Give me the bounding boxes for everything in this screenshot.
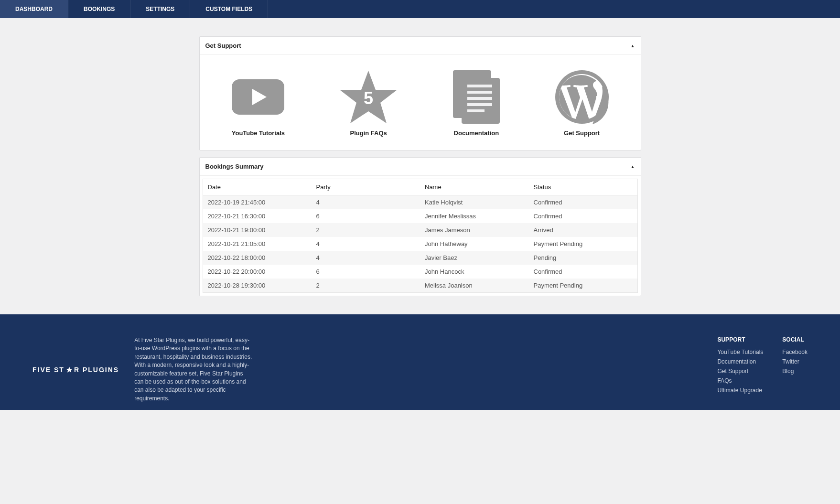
cell-date: 2022-10-21 19:00:00 [203, 223, 312, 237]
tab-dashboard[interactable]: DASHBOARD [0, 0, 68, 18]
bookings-panel-title: Bookings Summary [205, 163, 264, 170]
footer-link-documentation[interactable]: Documentation [717, 358, 763, 365]
support-panel-header[interactable]: Get Support ▲ [200, 37, 641, 55]
cell-party: 2 [312, 223, 420, 237]
tab-bookings[interactable]: BOOKINGS [68, 0, 130, 18]
cell-date: 2022-10-28 19:30:00 [203, 279, 312, 293]
svg-rect-10 [467, 109, 485, 112]
support-panel-title: Get Support [205, 42, 241, 49]
svg-rect-8 [467, 97, 492, 100]
table-row: 2022-10-28 19:30:002Melissa JoanisonPaym… [203, 279, 637, 293]
footer-support-col: SUPPORT YouTube Tutorials Documentation … [717, 336, 763, 403]
footer-social-col: SOCIAL Facebook Twitter Blog [782, 336, 808, 403]
footer-link-blog[interactable]: Blog [782, 368, 808, 375]
footer-link-twitter[interactable]: Twitter [782, 358, 808, 365]
document-icon [450, 68, 503, 126]
svg-rect-7 [467, 91, 492, 94]
table-row: 2022-10-21 16:30:006Jennifer MeslissasCo… [203, 209, 637, 223]
footer-logo-post: R PLUGINS [74, 366, 119, 374]
table-header-row: Date Party Name Status [203, 179, 637, 195]
tab-custom-fields[interactable]: CUSTOM FIELDS [190, 0, 268, 18]
footer-link-ultimate[interactable]: Ultimate Upgrade [717, 387, 763, 394]
svg-text:5: 5 [364, 88, 373, 108]
footer-link-facebook[interactable]: Facebook [782, 349, 808, 355]
col-party: Party [312, 179, 420, 195]
footer-link-faqs[interactable]: FAQs [717, 377, 763, 384]
wordpress-icon [553, 68, 611, 126]
cell-status: Arrived [529, 223, 638, 237]
cell-status: Pending [529, 251, 638, 265]
support-item-label: Plugin FAQs [350, 129, 387, 137]
bookings-panel: Bookings Summary ▲ Date Party Name Statu… [199, 157, 641, 296]
cell-party: 4 [312, 195, 420, 210]
bookings-panel-header[interactable]: Bookings Summary ▲ [200, 158, 641, 176]
cell-party: 4 [312, 251, 420, 265]
footer-logo-pre: FIVE ST [32, 366, 65, 374]
cell-name: Katie Holqvist [420, 195, 529, 210]
footer-support-title: SUPPORT [717, 336, 763, 343]
cell-name: Javier Baez [420, 251, 529, 265]
cell-status: Payment Pending [529, 237, 638, 251]
cell-name: James Jameson [420, 223, 529, 237]
support-item-label: Get Support [564, 129, 600, 137]
support-youtube[interactable]: YouTube Tutorials [229, 68, 287, 137]
footer-link-get-support[interactable]: Get Support [717, 368, 763, 375]
cell-date: 2022-10-21 21:05:00 [203, 237, 312, 251]
footer-link-youtube[interactable]: YouTube Tutorials [717, 349, 763, 355]
cell-name: John Hatheway [420, 237, 529, 251]
cell-date: 2022-10-19 21:45:00 [203, 195, 312, 210]
cell-name: Jennifer Meslissas [420, 209, 529, 223]
cell-party: 6 [312, 265, 420, 279]
support-get-support[interactable]: Get Support [553, 68, 611, 137]
footer-about: At Five Star Plugins, we build powerful,… [134, 336, 254, 403]
table-row: 2022-10-19 21:45:004Katie HolqvistConfir… [203, 195, 637, 210]
svg-rect-9 [467, 103, 492, 106]
tab-settings[interactable]: SETTINGS [130, 0, 190, 18]
table-row: 2022-10-21 21:05:004John HathewayPayment… [203, 237, 637, 251]
cell-date: 2022-10-21 16:30:00 [203, 209, 312, 223]
support-panel: Get Support ▲ YouTube Tutorials 5 Plugin… [199, 36, 641, 150]
footer: FIVE ST R PLUGINS At Five Star Plugins, … [0, 314, 840, 410]
svg-rect-6 [467, 85, 492, 87]
support-item-label: YouTube Tutorials [232, 129, 285, 137]
cell-status: Confirmed [529, 265, 638, 279]
col-date: Date [203, 179, 312, 195]
cell-name: Melissa Joanison [420, 279, 529, 293]
bookings-table: Date Party Name Status 2022-10-19 21:45:… [203, 179, 638, 293]
support-documentation[interactable]: Documentation [450, 68, 503, 137]
cell-status: Payment Pending [529, 279, 638, 293]
support-faqs[interactable]: 5 Plugin FAQs [337, 68, 399, 137]
star-icon [66, 366, 73, 373]
support-item-label: Documentation [454, 129, 499, 137]
table-row: 2022-10-21 19:00:002James JamesonArrived [203, 223, 637, 237]
svg-marker-13 [66, 366, 72, 372]
col-status: Status [529, 179, 638, 195]
top-nav: DASHBOARD BOOKINGS SETTINGS CUSTOM FIELD… [0, 0, 840, 18]
cell-status: Confirmed [529, 195, 638, 210]
cell-date: 2022-10-22 20:00:00 [203, 265, 312, 279]
cell-party: 2 [312, 279, 420, 293]
table-row: 2022-10-22 20:00:006John HancockConfirme… [203, 265, 637, 279]
table-row: 2022-10-22 18:00:004Javier BaezPending [203, 251, 637, 265]
star-5-icon: 5 [337, 68, 399, 126]
footer-logo: FIVE ST R PLUGINS [32, 336, 119, 403]
cell-party: 6 [312, 209, 420, 223]
collapse-icon: ▲ [631, 43, 635, 48]
cell-party: 4 [312, 237, 420, 251]
cell-date: 2022-10-22 18:00:00 [203, 251, 312, 265]
youtube-icon [229, 68, 287, 126]
collapse-icon: ▲ [631, 164, 635, 169]
col-name: Name [420, 179, 529, 195]
cell-status: Confirmed [529, 209, 638, 223]
cell-name: John Hancock [420, 265, 529, 279]
footer-social-title: SOCIAL [782, 336, 808, 343]
